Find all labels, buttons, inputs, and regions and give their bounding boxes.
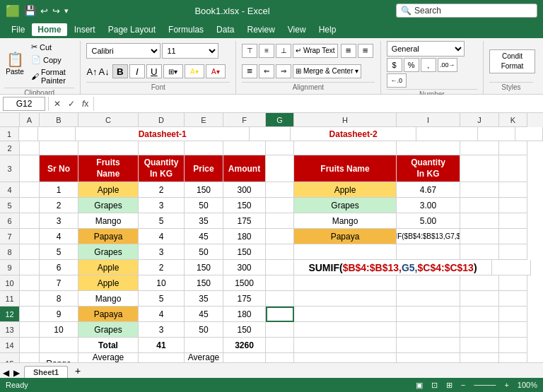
align-bottom-button[interactable]: ⊥ xyxy=(276,44,291,58)
cell-F11[interactable]: 175 xyxy=(223,291,266,307)
cell-B3[interactable]: Sr No xyxy=(40,155,78,182)
cell-K11[interactable] xyxy=(499,291,527,307)
col-header-C[interactable]: C xyxy=(78,113,139,127)
cell-I14[interactable] xyxy=(397,338,460,353)
cell-H11[interactable] xyxy=(294,291,397,307)
cell-J8[interactable] xyxy=(460,244,499,260)
cell-E11[interactable]: 35 xyxy=(185,291,223,307)
cell-G12[interactable] xyxy=(266,307,294,322)
cell-E9[interactable]: 150 xyxy=(185,260,223,275)
col-header-G[interactable]: G xyxy=(266,113,294,127)
increase-decimal-button[interactable]: .00→ xyxy=(438,58,457,72)
cell-H2[interactable] xyxy=(294,141,397,155)
cut-button[interactable]: ✂ Cut xyxy=(28,41,74,53)
cell-H3-fruits[interactable]: Fruits Name xyxy=(294,155,397,182)
cell-K15[interactable] xyxy=(499,353,527,362)
cell-E7[interactable]: 45 xyxy=(185,229,223,244)
cell-E15[interactable]: AverageRange xyxy=(185,353,223,362)
underline-button[interactable]: U xyxy=(146,64,162,78)
col-header-H[interactable]: H xyxy=(294,113,397,127)
format-painter-button[interactable]: 🖌 Format Painter xyxy=(28,66,74,86)
cell-F8[interactable]: 150 xyxy=(223,244,266,260)
cell-A11[interactable] xyxy=(20,291,40,307)
cell-F12[interactable]: 180 xyxy=(223,307,266,322)
cell-D3[interactable]: QuantityIn KG xyxy=(139,155,185,182)
cell-J7[interactable] xyxy=(460,229,499,244)
cell-C2[interactable] xyxy=(78,141,139,155)
normal-view-icon[interactable]: ▣ xyxy=(416,381,423,390)
row-header-1[interactable]: 1 xyxy=(0,127,19,141)
cell-F9[interactable]: 300 xyxy=(223,260,266,275)
row-header-7[interactable]: 7 xyxy=(0,229,20,244)
cell-G3[interactable] xyxy=(266,155,294,182)
cell-H12[interactable] xyxy=(294,307,397,322)
cell-F1[interactable] xyxy=(250,127,291,141)
cell-I6[interactable]: 5.00 xyxy=(397,213,460,229)
cell-I1[interactable] xyxy=(416,127,478,141)
cell-I11[interactable] xyxy=(397,291,460,307)
cell-F15[interactable] xyxy=(223,353,266,362)
menu-view[interactable]: View xyxy=(282,23,312,36)
cell-D7[interactable]: 4 xyxy=(139,229,185,244)
cell-A6[interactable] xyxy=(20,213,40,229)
cell-F6[interactable]: 175 xyxy=(223,213,266,229)
zoom-out-icon[interactable]: − xyxy=(461,381,465,389)
menu-page-layout[interactable]: Page Layout xyxy=(103,23,161,36)
save-icon[interactable]: 💾 xyxy=(24,5,36,16)
cell-B8[interactable]: 5 xyxy=(40,244,78,260)
cell-J11[interactable] xyxy=(460,291,499,307)
cell-C6[interactable]: Mango xyxy=(78,213,139,229)
cancel-formula-icon[interactable]: ✕ xyxy=(52,98,63,109)
bold-button[interactable]: B xyxy=(112,64,128,78)
cell-C12[interactable]: Papaya xyxy=(78,307,139,322)
cell-B11[interactable]: 8 xyxy=(40,291,78,307)
sheet-nav-right[interactable]: ▶ xyxy=(13,368,20,378)
cell-K8[interactable] xyxy=(499,244,527,260)
cell-G4[interactable] xyxy=(266,182,294,198)
cell-B9[interactable]: 6 xyxy=(40,260,78,275)
cell-J4[interactable] xyxy=(460,182,499,198)
cell-reference-box[interactable]: G12 xyxy=(3,97,45,111)
cell-F5[interactable]: 150 xyxy=(223,198,266,213)
cell-I7[interactable]: =AVERAGEIF($B$4:$B$13,G7,$C$4:$C$13) xyxy=(397,229,460,244)
cell-H7[interactable]: Papaya xyxy=(294,229,397,244)
cell-I13[interactable] xyxy=(397,322,460,338)
cell-G11[interactable] xyxy=(266,291,294,307)
row-header-5[interactable]: 5 xyxy=(0,198,20,213)
cell-F2[interactable] xyxy=(223,141,266,155)
cell-I5[interactable]: 3.00 xyxy=(397,198,460,213)
row-header-11[interactable]: 11 xyxy=(0,291,20,307)
cell-A4[interactable] xyxy=(20,182,40,198)
menu-review[interactable]: Review xyxy=(241,23,280,36)
cell-B15[interactable]: Range xyxy=(40,353,78,362)
cell-K12[interactable] xyxy=(499,307,527,322)
cell-C1[interactable]: Datasheet-1 xyxy=(76,127,250,141)
undo-icon[interactable]: ↩ xyxy=(40,6,48,16)
wrap-text-button[interactable]: ↵ Wrap Text xyxy=(293,44,337,58)
cell-B4[interactable]: 1 xyxy=(40,182,78,198)
comma-button[interactable]: , xyxy=(421,58,436,72)
cell-C13[interactable]: Grapes xyxy=(78,322,139,338)
cell-K7[interactable] xyxy=(499,229,527,244)
cell-G14[interactable] xyxy=(266,338,294,353)
cell-F7[interactable]: 180 xyxy=(223,229,266,244)
cell-F13[interactable]: 150 xyxy=(223,322,266,338)
cell-H5[interactable]: Grapes xyxy=(294,198,397,213)
row-header-12[interactable]: 12 xyxy=(0,307,20,322)
cell-A12[interactable] xyxy=(20,307,40,322)
cell-H14[interactable] xyxy=(294,338,397,353)
font-size-select[interactable]: 11 xyxy=(162,43,218,59)
cell-I12[interactable] xyxy=(397,307,460,322)
copy-button[interactable]: 📄 Copy xyxy=(28,54,74,66)
add-sheet-button[interactable]: + xyxy=(69,364,86,378)
cell-G6[interactable] xyxy=(266,213,294,229)
col-header-K[interactable]: K xyxy=(499,113,527,127)
page-layout-view-icon[interactable]: ⊡ xyxy=(431,381,438,390)
cell-I3-qty[interactable]: QuantityIn KG xyxy=(397,155,460,182)
cell-D8[interactable]: 3 xyxy=(139,244,185,260)
cell-C5[interactable]: Grapes xyxy=(78,198,139,213)
cell-A15[interactable] xyxy=(20,353,40,362)
cell-B13[interactable]: 10 xyxy=(40,322,78,338)
cell-B2[interactable] xyxy=(40,141,78,155)
cell-C3[interactable]: FruitsName xyxy=(78,155,139,182)
